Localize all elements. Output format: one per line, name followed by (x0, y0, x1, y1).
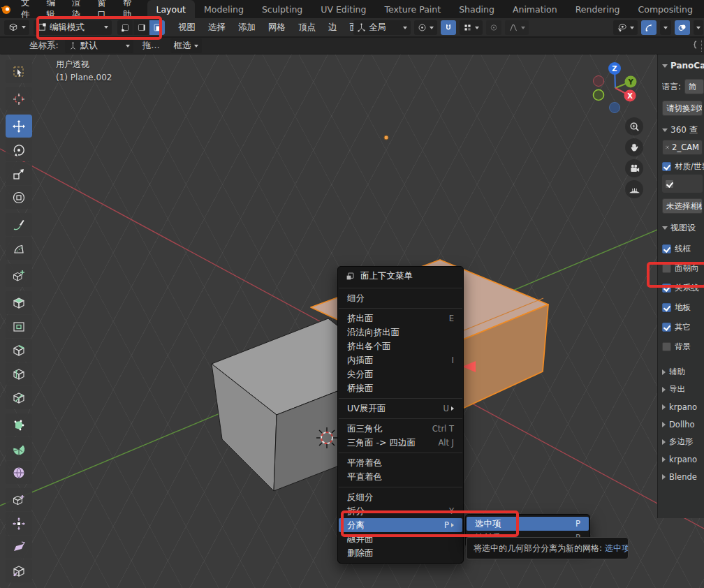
tool-extrude-region[interactable] (6, 291, 32, 314)
checkbox-checked-icon[interactable] (662, 284, 671, 293)
checkbox-checked-icon[interactable] (662, 303, 671, 312)
switch-object-button[interactable]: 请切换到对 (662, 101, 703, 116)
section-assist[interactable]: 辅助 (662, 363, 704, 381)
gizmo-neg-y-ball[interactable] (594, 90, 604, 101)
drag-label[interactable]: 拖… (142, 40, 160, 52)
menu-item-split[interactable]: 拆分Y (338, 504, 463, 518)
menu-item-bridge-faces[interactable]: 桥接面 (338, 381, 463, 395)
section-dollhouse[interactable]: Dollho (662, 416, 704, 433)
language-button[interactable]: 简 (684, 79, 704, 94)
material-world-checkbox-row[interactable]: 材质/世界 (662, 158, 704, 175)
submenu-item-selection[interactable]: 选中项P (467, 517, 589, 531)
sub-checkbox-row[interactable] (662, 175, 703, 193)
edge-select-button[interactable] (133, 20, 149, 35)
tab-texture-paint[interactable]: Texture Paint (375, 0, 450, 18)
tool-measure[interactable] (6, 237, 32, 260)
menu-item-subdivide[interactable]: 细分 (338, 291, 463, 305)
tool-shrink-fatten[interactable] (6, 512, 32, 535)
menu-mesh[interactable]: 网格 (262, 22, 292, 34)
tool-knife[interactable] (6, 386, 32, 409)
overlays-dropdown[interactable] (694, 20, 703, 35)
gizmos-toggle-button[interactable] (641, 20, 657, 35)
wireframe-checkbox-row[interactable]: 线框 (662, 239, 704, 258)
menu-edge[interactable]: 边 (322, 22, 344, 34)
perspective-toggle-button[interactable] (625, 180, 643, 198)
menu-item-extrude-faces[interactable]: 挤出面E (338, 311, 463, 325)
tool-transform[interactable] (6, 186, 32, 209)
tab-sculpting[interactable]: Sculpting (253, 0, 311, 18)
proportional-edit-button[interactable] (486, 20, 501, 35)
gizmo-neg-x-ball[interactable] (594, 76, 604, 87)
tool-inset-faces[interactable] (6, 315, 32, 338)
tool-add-cube[interactable] (6, 264, 32, 287)
tool-scale[interactable] (6, 162, 32, 185)
menu-item-dissolve-faces[interactable]: 融并面 (338, 532, 463, 546)
tool-poly-build[interactable] (6, 413, 32, 436)
tool-annotate[interactable] (6, 213, 32, 236)
checkbox-unchecked-icon[interactable] (662, 264, 671, 273)
tool-select-box[interactable] (6, 60, 32, 83)
section-export[interactable]: 导出 (662, 381, 704, 398)
tab-modeling[interactable]: Modeling (195, 0, 253, 18)
menu-item-inset-faces[interactable]: 内插面I (338, 353, 463, 367)
3d-viewport[interactable]: Z Y X 用户透视 (1) Plane.002 (0, 54, 704, 588)
navigation-gizmo[interactable]: Z Y X (594, 62, 637, 113)
tab-compositing[interactable]: Compositing (629, 0, 702, 18)
editor-type-button[interactable] (4, 20, 29, 35)
menu-item-separate[interactable]: 分离P (339, 518, 462, 532)
menu-item-shade-flat[interactable]: 平直着色 (338, 470, 463, 484)
checkbox-unchecked-icon[interactable] (662, 342, 671, 351)
section-polygon[interactable]: 多边形 (662, 433, 704, 450)
mode-dropdown[interactable]: 编辑模式 (34, 20, 112, 35)
snap-target-dropdown[interactable] (460, 20, 483, 35)
tool-spin[interactable] (6, 437, 32, 460)
tool-edge-slide[interactable] (6, 488, 32, 511)
floor-checkbox-row[interactable]: 地板 (662, 297, 704, 317)
gizmos-dropdown[interactable] (660, 20, 671, 35)
checkbox-checked-icon[interactable] (662, 244, 671, 253)
select-mode-dropdown[interactable]: 框选 (170, 38, 202, 53)
section-view-settings[interactable]: 视图设 (662, 221, 704, 235)
tool-smooth[interactable] (6, 461, 32, 484)
menu-item-extrude-along-normals[interactable]: 沿法向挤出面 (338, 325, 463, 339)
tool-move[interactable] (6, 115, 32, 138)
zoom-button[interactable] (625, 117, 643, 135)
menu-item-triangulate[interactable]: 面三角化Ctrl T (338, 422, 463, 436)
section-krpano-1[interactable]: krpano (662, 398, 704, 416)
tab-rendering[interactable]: Rendering (566, 0, 629, 18)
tab-shading[interactable]: Shading (450, 0, 504, 18)
menu-item-uv-unwrap[interactable]: UV展开面U (338, 402, 463, 416)
tool-rip-region[interactable] (6, 559, 32, 582)
checkbox-checked-icon[interactable] (662, 162, 671, 171)
orientation-dropdown[interactable]: 全局 (353, 20, 411, 35)
menu-item-shade-smooth[interactable]: 平滑着色 (338, 456, 463, 470)
section-krpano-2[interactable]: krpano (662, 450, 704, 468)
menu-view[interactable]: 视图 (172, 22, 202, 34)
panel-header-panocam[interactable]: PanoCam (662, 59, 704, 73)
blender-logo-icon[interactable] (0, 3, 13, 15)
tab-layout[interactable]: Layout (147, 0, 196, 18)
overlays-toggle-button[interactable] (675, 20, 690, 35)
camera-object-field[interactable]: 2_CAM (662, 140, 703, 155)
camera-view-button[interactable] (625, 159, 643, 177)
pivot-point-dropdown[interactable] (414, 20, 437, 35)
background-checkbox-row[interactable]: 背景 (662, 337, 704, 356)
face-select-button[interactable] (149, 20, 165, 35)
tab-uv-editing[interactable]: UV Editing (311, 0, 375, 18)
other-checkbox-row[interactable]: 其它 (662, 317, 704, 337)
menu-add[interactable]: 添加 (232, 22, 262, 34)
tool-bevel[interactable] (6, 339, 32, 362)
tab-animation[interactable]: Animation (504, 0, 566, 18)
pan-hand-button[interactable] (625, 138, 643, 156)
tool-shear[interactable] (6, 536, 32, 559)
face-orientation-checkbox-row[interactable]: 面朝向 (662, 258, 704, 278)
falloff-dropdown[interactable] (505, 20, 529, 35)
editor-corner-icon[interactable] (691, 40, 702, 52)
menu-select[interactable]: 选择 (202, 22, 232, 34)
menu-item-delete-faces[interactable]: 删除面 (338, 546, 463, 560)
gizmo-neg-z-ball[interactable] (610, 103, 620, 113)
checkbox-checked-icon[interactable] (662, 323, 671, 332)
vertex-select-button[interactable] (117, 20, 133, 35)
menu-item-extrude-individual[interactable]: 挤出各个面 (338, 339, 463, 353)
section-blender[interactable]: Blende (662, 468, 704, 485)
